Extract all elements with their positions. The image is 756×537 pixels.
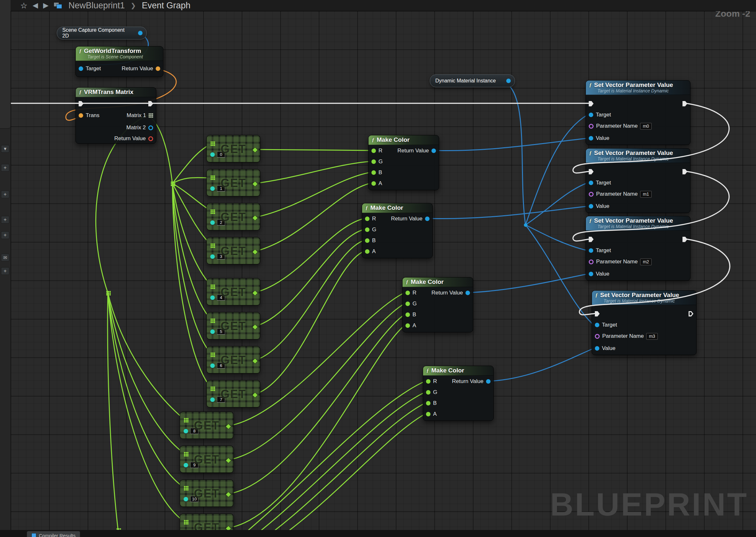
event-graph-canvas[interactable]: BLUEPRINT xyxy=(11,11,756,530)
exec-input-pin[interactable] xyxy=(589,101,594,106)
index-input-pin[interactable] xyxy=(184,429,188,434)
index-input-pin[interactable] xyxy=(184,497,188,501)
node-make-color[interactable]: ƒ Make Color R Return Value G B A xyxy=(402,277,473,332)
index-value[interactable]: 4 xyxy=(217,295,225,301)
b-input-pin[interactable] xyxy=(372,170,376,175)
b-input-pin[interactable] xyxy=(365,238,370,243)
envelope-icon[interactable]: ✉ xyxy=(1,254,9,262)
value-input-pin[interactable] xyxy=(589,136,593,141)
array-input-pin[interactable] xyxy=(211,176,212,177)
g-input-pin[interactable] xyxy=(372,159,376,164)
index-input-pin[interactable] xyxy=(210,186,215,191)
return-output-pin[interactable] xyxy=(486,379,491,384)
node-header[interactable]: ƒ Make Color xyxy=(423,366,493,376)
return-output-pin[interactable] xyxy=(425,217,429,221)
reroute-node[interactable] xyxy=(116,528,118,530)
parameter-name-input-pin[interactable] xyxy=(589,260,594,264)
target-input-pin[interactable] xyxy=(589,248,593,253)
array-get-node[interactable]: 7 GET xyxy=(206,380,260,407)
exec-input-pin[interactable] xyxy=(79,101,83,106)
parameter-name-input-pin[interactable] xyxy=(589,192,594,197)
add-button[interactable]: + xyxy=(1,164,9,172)
trans-input-pin[interactable] xyxy=(79,113,83,118)
favorite-star-icon[interactable]: ☆ xyxy=(20,1,27,10)
element-output-pin[interactable] xyxy=(252,358,258,364)
breadcrumb-root[interactable]: NewBlueprint1 xyxy=(68,1,125,11)
exec-output-pin[interactable] xyxy=(148,101,153,106)
element-output-pin[interactable] xyxy=(225,525,231,530)
index-value[interactable]: 2 xyxy=(217,220,225,226)
r-input-pin[interactable] xyxy=(405,291,410,295)
variable-node-scene-capture[interactable]: Scene Capture Component 2D xyxy=(57,27,147,39)
exec-output-pin[interactable] xyxy=(683,101,687,106)
index-input-pin[interactable] xyxy=(210,152,215,157)
add-button[interactable]: + xyxy=(1,231,9,239)
return-output-pin[interactable] xyxy=(156,66,160,71)
compiler-results-tab[interactable]: Compiler Results xyxy=(27,531,80,537)
element-output-pin[interactable] xyxy=(252,290,258,296)
array-input-pin[interactable] xyxy=(211,243,212,245)
array-get-node[interactable]: 0 GET xyxy=(206,135,260,162)
r-input-pin[interactable] xyxy=(426,379,430,384)
array-input-pin[interactable] xyxy=(184,452,185,453)
element-output-pin[interactable] xyxy=(225,457,231,463)
array-get-node[interactable]: 11 GET xyxy=(180,514,234,530)
reroute-node[interactable] xyxy=(106,291,108,292)
index-input-pin[interactable] xyxy=(184,463,188,467)
r-input-pin[interactable] xyxy=(372,148,376,153)
element-output-pin[interactable] xyxy=(252,181,258,187)
element-output-pin[interactable] xyxy=(252,324,258,330)
target-input-pin[interactable] xyxy=(595,323,600,327)
index-input-pin[interactable] xyxy=(210,363,215,368)
exec-input-pin[interactable] xyxy=(589,169,594,175)
element-output-pin[interactable] xyxy=(225,491,231,497)
exec-output-pin[interactable] xyxy=(683,169,687,175)
node-header[interactable]: ƒ GetWorldTransform Target is Scene Comp… xyxy=(76,47,163,61)
return-output-pin[interactable] xyxy=(431,148,436,153)
reroute-node[interactable] xyxy=(524,223,527,227)
node-header[interactable]: ƒ Set Vector Parameter Value Target is M… xyxy=(586,216,690,231)
element-output-pin[interactable] xyxy=(252,392,258,398)
array-input-pin[interactable] xyxy=(211,352,212,354)
index-value[interactable]: 7 xyxy=(217,396,225,403)
array-get-node[interactable]: 2 GET xyxy=(206,203,260,230)
node-make-color[interactable]: ƒ Make Color R Return Value G B A xyxy=(362,203,433,258)
exec-input-pin[interactable] xyxy=(595,311,600,317)
back-icon[interactable]: ◀ xyxy=(32,1,38,10)
element-output-pin[interactable] xyxy=(252,147,258,153)
variable-node-dynamic-material[interactable]: Dynamic Material Instance xyxy=(430,74,515,87)
node-header[interactable]: ƒ Set Vector Parameter Value Target is M… xyxy=(586,148,690,163)
breadcrumb-page[interactable]: Event Graph xyxy=(142,1,191,11)
index-value[interactable]: 9 xyxy=(190,462,199,468)
node-vrmtrans-matrix[interactable]: ƒ VRMTrans Matrix Trans Matrix 1 Matrix … xyxy=(75,87,156,144)
b-input-pin[interactable] xyxy=(405,312,410,317)
add-button[interactable]: + xyxy=(1,267,9,275)
parameter-name-field[interactable]: m0 xyxy=(640,123,651,130)
node-header[interactable]: ƒ VRMTrans Matrix xyxy=(76,88,156,97)
forward-icon[interactable]: ▶ xyxy=(43,1,49,10)
index-input-pin[interactable] xyxy=(210,254,215,259)
index-input-pin[interactable] xyxy=(210,329,215,334)
matrix2-output-pin[interactable] xyxy=(148,125,153,130)
array-get-node[interactable]: 3 GET xyxy=(206,237,260,264)
exec-output-pin[interactable] xyxy=(689,311,693,317)
value-input-pin[interactable] xyxy=(589,272,593,276)
chevron-down-icon[interactable]: ▾ xyxy=(1,145,9,153)
element-output-pin[interactable] xyxy=(252,249,258,255)
index-value[interactable]: 1 xyxy=(217,186,225,191)
array-input-pin[interactable] xyxy=(184,520,185,521)
parameter-name-input-pin[interactable] xyxy=(595,334,600,339)
exec-output-pin[interactable] xyxy=(683,237,687,242)
node-header[interactable]: ƒ Make Color xyxy=(362,203,432,213)
index-value[interactable]: 10 xyxy=(190,496,199,502)
array-input-pin[interactable] xyxy=(211,285,212,286)
element-output-pin[interactable] xyxy=(252,215,258,221)
array-input-pin[interactable] xyxy=(211,142,212,143)
a-input-pin[interactable] xyxy=(426,412,430,416)
array-get-node[interactable]: 4 GET xyxy=(206,278,260,306)
array-input-pin[interactable] xyxy=(184,486,185,487)
node-header[interactable]: ƒ Set Vector Parameter Value Target is M… xyxy=(586,81,690,95)
g-input-pin[interactable] xyxy=(405,302,410,306)
parameter-name-field[interactable]: m2 xyxy=(640,259,651,265)
element-output-pin[interactable] xyxy=(225,424,231,429)
